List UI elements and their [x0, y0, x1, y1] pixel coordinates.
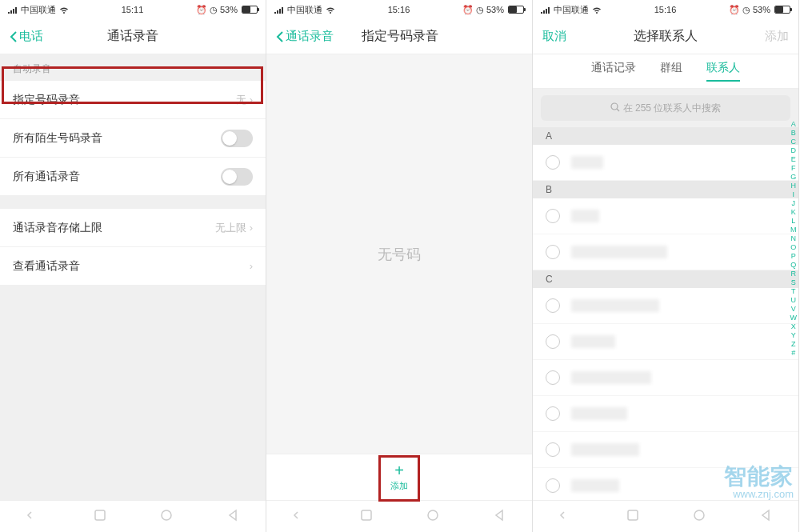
index-letter[interactable]: R [790, 270, 798, 278]
row-label: 通话录音存储上限 [13, 221, 102, 235]
index-letter[interactable]: T [790, 287, 798, 295]
radio-icon[interactable] [546, 155, 560, 170]
back-button[interactable]: 通话录音 [276, 29, 334, 44]
header: 电话 通话录音 [0, 19, 266, 54]
radio-icon[interactable] [546, 245, 560, 259]
index-letter[interactable]: # [790, 349, 798, 357]
radio-icon[interactable] [546, 334, 560, 349]
index-letter[interactable]: J [790, 199, 798, 207]
svg-point-7 [694, 510, 704, 520]
nav-menu-icon[interactable] [559, 508, 574, 526]
index-letter[interactable]: F [790, 164, 798, 172]
radio-icon[interactable] [546, 209, 560, 223]
tab-contacts[interactable]: 联系人 [706, 61, 740, 82]
status-bar: 中国联通 15:11 ⏰ ◷ 53% [0, 0, 266, 19]
contact-item[interactable] [533, 396, 798, 432]
svg-point-1 [162, 510, 171, 520]
index-letter[interactable]: Y [790, 331, 798, 339]
highlight-annotation [378, 455, 420, 502]
svg-point-3 [428, 510, 438, 520]
index-letter[interactable]: O [790, 243, 798, 251]
contact-item[interactable] [533, 145, 798, 181]
contact-item[interactable] [533, 432, 798, 468]
index-letter[interactable]: W [790, 314, 798, 322]
index-letter[interactable]: X [790, 322, 798, 330]
index-letter[interactable]: B [790, 129, 798, 137]
contact-item[interactable] [533, 288, 798, 324]
row-storage-limit[interactable]: 通话录音存储上限 无上限 › [0, 209, 266, 247]
empty-text: 无号码 [378, 245, 421, 264]
row-all-calls-recording[interactable]: 所有通话录音 [0, 158, 266, 196]
contact-item[interactable] [533, 234, 798, 270]
search-input[interactable]: 在 255 位联系人中搜索 [541, 95, 790, 121]
contacts-list[interactable]: A B C [533, 127, 798, 500]
nav-recent-icon[interactable] [626, 509, 639, 525]
android-nav-bar [0, 500, 266, 532]
index-letter[interactable]: G [790, 173, 798, 181]
index-letter[interactable]: C [790, 138, 798, 146]
nav-menu-icon[interactable] [293, 508, 307, 526]
contact-name-blurred [571, 156, 603, 169]
index-letter[interactable]: M [790, 226, 798, 234]
radio-icon[interactable] [546, 370, 560, 385]
alphabet-index[interactable]: ABCDEFGHIJKLMNOPQRSTUVWXYZ# [790, 120, 798, 357]
index-letter[interactable]: L [790, 217, 798, 225]
contact-name-blurred [571, 479, 619, 492]
index-letter[interactable]: E [790, 155, 798, 163]
tab-calllog[interactable]: 通话记录 [591, 61, 636, 82]
index-letter[interactable]: V [790, 305, 798, 313]
contact-section-c: C [533, 270, 798, 288]
screen-call-recording-settings: 中国联通 15:11 ⏰ ◷ 53% 电话 通话录音 自动录音 指定号码录音 无… [0, 0, 266, 532]
nav-home-icon[interactable] [159, 508, 174, 526]
nav-home-icon[interactable] [692, 508, 706, 526]
index-letter[interactable]: N [790, 234, 798, 242]
back-button[interactable]: 电话 [10, 29, 66, 44]
contact-name-blurred [571, 443, 639, 456]
index-letter[interactable]: D [790, 146, 798, 154]
contact-section-a: A [533, 127, 798, 145]
index-letter[interactable]: I [790, 190, 798, 198]
radio-icon[interactable] [546, 298, 560, 313]
cancel-button[interactable]: 取消 [542, 29, 598, 44]
contact-name-blurred [571, 371, 651, 384]
signal-icon [8, 6, 18, 14]
status-time: 15:16 [654, 5, 677, 14]
alarm-icon: ⏰ [462, 5, 474, 15]
index-letter[interactable]: K [790, 208, 798, 216]
row-value: 无上限 [215, 221, 246, 235]
index-letter[interactable]: Q [790, 261, 798, 269]
screen-select-contact: 中国联通 15:16 ⏰ ◷ 53% 取消 选择联系人 添加 通话记录 群组 联… [533, 0, 799, 532]
toggle-switch[interactable] [221, 168, 253, 186]
battery-percent: 53% [486, 5, 504, 14]
index-letter[interactable]: A [790, 120, 798, 128]
radio-icon[interactable] [546, 478, 560, 493]
nav-back-icon[interactable] [493, 509, 506, 525]
wifi-icon [326, 6, 335, 14]
nav-back-icon[interactable] [226, 509, 239, 525]
index-letter[interactable]: U [790, 296, 798, 304]
nav-home-icon[interactable] [426, 508, 440, 526]
contact-item[interactable] [533, 198, 798, 234]
row-stranger-recording[interactable]: 所有陌生号码录音 [0, 119, 266, 158]
status-time: 15:16 [388, 5, 410, 14]
index-letter[interactable]: Z [790, 340, 798, 348]
nav-menu-icon[interactable] [26, 508, 41, 526]
radio-icon[interactable] [546, 442, 560, 457]
nav-recent-icon[interactable] [360, 509, 373, 525]
index-letter[interactable]: H [790, 182, 798, 190]
index-letter[interactable]: P [790, 252, 798, 260]
clock-icon: ◷ [742, 5, 750, 15]
radio-icon[interactable] [546, 406, 560, 421]
alarm-icon: ⏰ [196, 5, 207, 15]
row-view-recordings[interactable]: 查看通话录音 › [0, 247, 266, 286]
contact-item[interactable] [533, 324, 798, 360]
contact-item[interactable] [533, 468, 798, 500]
tab-group[interactable]: 群组 [660, 61, 682, 82]
add-button[interactable]: 添加 [733, 29, 789, 44]
svg-rect-0 [95, 510, 105, 520]
contact-item[interactable] [533, 360, 798, 396]
nav-back-icon[interactable] [759, 509, 772, 525]
index-letter[interactable]: S [790, 278, 798, 286]
toggle-switch[interactable] [221, 130, 253, 147]
nav-recent-icon[interactable] [94, 509, 106, 525]
